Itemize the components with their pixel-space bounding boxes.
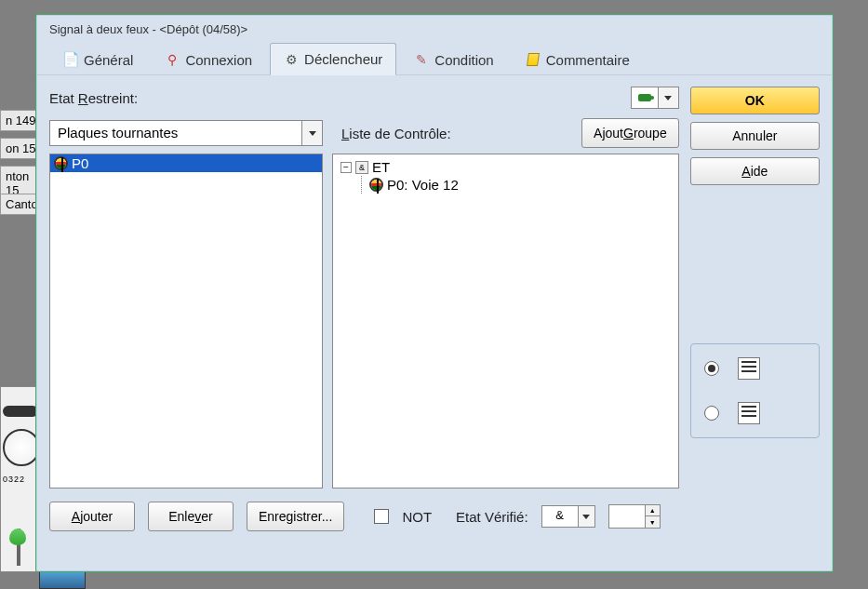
- dropdown-arrow-icon[interactable]: [579, 505, 595, 528]
- signal-state-display: [631, 87, 659, 109]
- tree-node-label: P0: Voie 12: [387, 177, 459, 193]
- spinner-field[interactable]: [609, 505, 645, 528]
- enlever-button[interactable]: Enlever: [148, 502, 234, 531]
- combo-value: &: [541, 505, 579, 528]
- available-items-list[interactable]: P0: [49, 154, 323, 489]
- etat-verifie-combo[interactable]: &: [541, 505, 595, 528]
- signal-dialog: Signal à deux feux - <Dépôt (04/58)> 📄 G…: [35, 14, 834, 572]
- scope-all-radio[interactable]: [704, 406, 719, 421]
- turntable-icon: [369, 178, 383, 192]
- plug-icon: ⚲: [165, 52, 180, 67]
- tree-child-node[interactable]: P0: Voie 12: [369, 176, 671, 194]
- and-operator-icon: &: [355, 161, 368, 174]
- list-item[interactable]: P0: [50, 154, 322, 172]
- not-checkbox[interactable]: [374, 509, 389, 524]
- tab-label: Condition: [434, 52, 493, 68]
- spinner-up-icon[interactable]: ▲: [645, 505, 660, 516]
- tab-label: Général: [84, 52, 133, 68]
- flag-icon: [526, 52, 541, 67]
- apply-scope-panel: [690, 343, 820, 438]
- green-signal-icon: [638, 94, 651, 101]
- tab-bar: 📄 Général ⚲ Connexion ⚙ Déclencheur ✎ Co…: [36, 42, 833, 75]
- condition-icon: ✎: [414, 52, 429, 67]
- list-item-label: P0: [72, 155, 88, 171]
- dropdown-arrow-icon[interactable]: [302, 120, 323, 146]
- tree-node-label: ET: [372, 159, 390, 175]
- turntable-icon: [54, 156, 68, 170]
- gear-icon: ⚙: [284, 52, 299, 67]
- control-list-tree[interactable]: − & ET P0: Voie 12: [332, 154, 679, 489]
- bg-slider: [9, 529, 28, 566]
- multi-list-icon: [738, 402, 760, 424]
- page-icon: 📄: [63, 52, 78, 67]
- tab-general[interactable]: 📄 Général: [49, 43, 147, 75]
- collapse-icon[interactable]: −: [341, 162, 352, 173]
- tab-condition[interactable]: ✎ Condition: [400, 43, 507, 75]
- dialog-title: Signal à deux feux - <Dépôt (04/58)>: [36, 15, 833, 42]
- tree-root-node[interactable]: − & ET: [341, 158, 671, 176]
- enregistrer-button[interactable]: Enregistrer...: [247, 502, 344, 531]
- combo-value: Plaques tournantes: [49, 120, 302, 146]
- etat-verifie-label: Etat Vérifié:: [456, 509, 528, 525]
- tab-label: Commentaire: [546, 52, 630, 68]
- aide-button[interactable]: Aide: [690, 157, 820, 185]
- tab-connexion[interactable]: ⚲ Connexion: [151, 43, 266, 75]
- tab-commentaire[interactable]: Commentaire: [512, 43, 644, 75]
- etat-restreint-label: Etat Restreint:: [49, 90, 138, 106]
- spinner-down-icon[interactable]: ▼: [645, 516, 660, 528]
- ok-button[interactable]: OK: [690, 87, 820, 114]
- not-label: NOT: [402, 509, 432, 525]
- dropdown-arrow-icon[interactable]: [659, 87, 679, 109]
- tab-declencheur[interactable]: ⚙ Déclencheur: [270, 43, 396, 75]
- ajout-groupe-button[interactable]: Ajout Groupe: [581, 118, 679, 148]
- tab-label: Connexion: [185, 52, 252, 68]
- tab-label: Déclencheur: [304, 51, 382, 67]
- single-list-icon: [738, 357, 760, 380]
- ajouter-button[interactable]: Ajouter: [49, 502, 135, 531]
- category-combo[interactable]: Plaques tournantes: [49, 120, 323, 146]
- value-spinner[interactable]: ▲ ▼: [608, 504, 661, 529]
- etat-restreint-select[interactable]: [631, 87, 679, 109]
- annuler-button[interactable]: Annuler: [690, 122, 820, 150]
- scope-single-radio[interactable]: [704, 361, 719, 376]
- liste-controle-label: Liste de Contrôle:: [341, 126, 451, 141]
